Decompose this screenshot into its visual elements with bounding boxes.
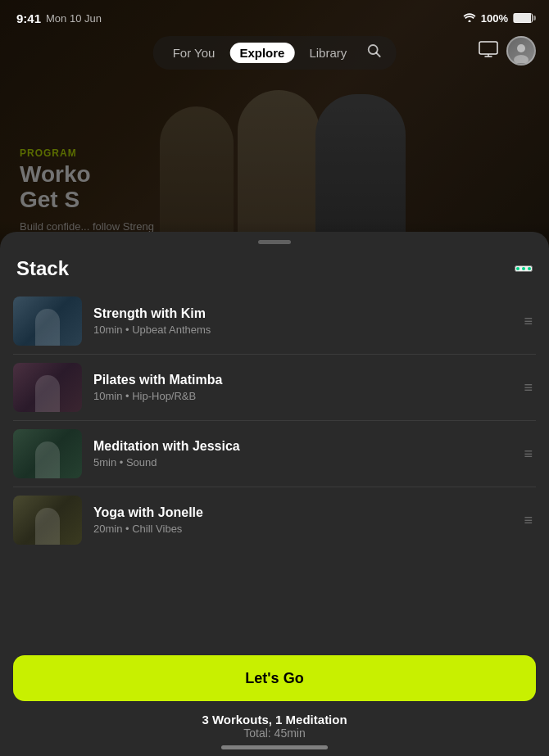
nav-tabs: For You Explore Library: [153, 36, 397, 70]
drag-handle-1[interactable]: ≡: [520, 310, 536, 333]
item-meta-3: 5min • Sound: [93, 456, 509, 469]
status-bar: 9:41 Mon 10 Jun 100%: [0, 0, 549, 36]
status-date: Mon 10 Jun: [46, 12, 102, 25]
tab-explore[interactable]: Explore: [229, 43, 294, 63]
wifi-icon: [463, 12, 476, 25]
tab-library[interactable]: Library: [299, 43, 356, 63]
svg-rect-3: [479, 42, 497, 54]
dot-2: [522, 267, 525, 270]
item-thumb-1: [13, 297, 82, 346]
workout-list: Strength with Kim 10min • Upbeat Anthems…: [0, 288, 549, 645]
item-thumb-2: [13, 363, 82, 412]
svg-point-6: [517, 44, 525, 52]
workout-item-1[interactable]: Strength with Kim 10min • Upbeat Anthems…: [13, 288, 536, 355]
drag-handle-4[interactable]: ≡: [520, 509, 536, 532]
status-right: 100%: [463, 12, 533, 25]
workout-item-2[interactable]: Pilates with Matimba 10min • Hip-Hop/R&B…: [13, 355, 536, 421]
home-indicator: [221, 745, 328, 749]
item-thumb-3: [13, 429, 82, 478]
stack-modal: Stack Strength with Kim 10min • Upbeat A…: [0, 232, 549, 756]
avatar[interactable]: [506, 36, 536, 66]
modal-more-button[interactable]: [515, 265, 533, 272]
search-icon[interactable]: [361, 40, 386, 66]
item-name-3: Meditation with Jessica: [93, 439, 509, 454]
item-name-1: Strength with Kim: [93, 306, 509, 321]
item-info-3: Meditation with Jessica 5min • Sound: [93, 439, 509, 469]
summary-line1: 3 Workouts, 1 Meditation: [0, 713, 549, 727]
item-info-4: Yoga with Jonelle 20min • Chill Vibes: [93, 505, 509, 535]
svg-line-2: [376, 53, 380, 57]
battery-icon: [513, 13, 533, 23]
svg-point-0: [468, 20, 470, 22]
workout-item-3[interactable]: Meditation with Jessica 5min • Sound ≡: [13, 421, 536, 487]
summary-line2: Total: 45min: [0, 727, 549, 740]
status-time: 9:41: [16, 11, 41, 25]
item-name-2: Pilates with Matimba: [93, 373, 509, 387]
screen-icon[interactable]: [479, 41, 498, 61]
tab-for-you[interactable]: For You: [163, 43, 225, 63]
dot-3: [528, 267, 531, 270]
item-thumb-4: [13, 496, 82, 545]
item-meta-2: 10min • Hip-Hop/R&B: [93, 390, 509, 402]
top-right-controls: [479, 36, 536, 66]
item-meta-1: 10min • Upbeat Anthems: [93, 324, 509, 336]
item-meta-4: 20min • Chill Vibes: [93, 523, 509, 535]
drag-handle-2[interactable]: ≡: [520, 376, 536, 400]
item-info-2: Pilates with Matimba 10min • Hip-Hop/R&B: [93, 373, 509, 402]
svg-point-7: [514, 55, 529, 63]
workout-item-4[interactable]: Yoga with Jonelle 20min • Chill Vibes ≡: [13, 487, 536, 553]
modal-header: Stack: [0, 244, 549, 288]
dot-1: [516, 267, 520, 270]
modal-title: Stack: [16, 257, 69, 280]
item-info-1: Strength with Kim 10min • Upbeat Anthems: [93, 306, 509, 336]
battery-text: 100%: [481, 12, 508, 25]
item-name-4: Yoga with Jonelle: [93, 505, 509, 520]
drag-handle-3[interactable]: ≡: [520, 442, 536, 466]
lets-go-button[interactable]: Let's Go: [13, 655, 536, 701]
